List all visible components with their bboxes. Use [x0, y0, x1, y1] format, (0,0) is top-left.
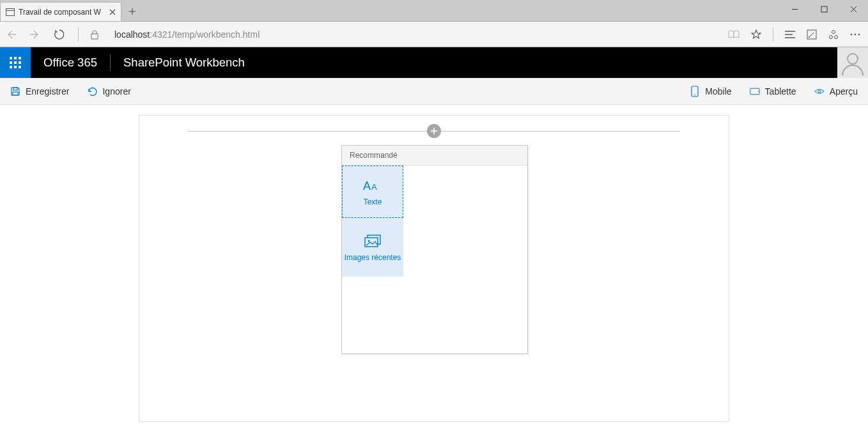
svg-rect-12: [91, 34, 98, 39]
new-tab-button[interactable]: [121, 2, 143, 21]
notes-icon[interactable]: [807, 29, 817, 40]
svg-point-20: [830, 35, 833, 38]
forward-button[interactable]: [29, 29, 42, 40]
save-icon: [10, 86, 20, 96]
svg-point-24: [858, 33, 860, 35]
picker-header: Recommandé: [342, 146, 527, 166]
close-window-button[interactable]: [839, 0, 868, 18]
url-field[interactable]: localhost:4321/temp/workbench.html: [114, 29, 717, 40]
svg-rect-32: [14, 66, 17, 68]
app-launcher-button[interactable]: [0, 47, 31, 78]
svg-point-38: [695, 94, 696, 95]
app-bar: Office 365 SharePoint Workbench: [0, 47, 868, 78]
undo-icon: [87, 86, 97, 96]
page-icon: [6, 8, 15, 16]
lock-icon: [90, 29, 103, 40]
svg-rect-30: [19, 61, 21, 64]
text-icon: AA: [363, 177, 382, 194]
svg-rect-25: [10, 57, 12, 59]
save-label: Enregistrer: [26, 86, 69, 96]
maximize-button[interactable]: [809, 0, 839, 18]
close-tab-icon[interactable]: [109, 9, 116, 15]
mobile-icon: [690, 86, 700, 96]
reading-view-icon[interactable]: [728, 30, 740, 39]
window-controls: [780, 0, 868, 22]
preview-label: Aperçu: [830, 86, 858, 96]
svg-rect-0: [6, 8, 15, 15]
images-icon: [364, 233, 382, 249]
svg-rect-36: [13, 92, 18, 95]
back-button[interactable]: [5, 29, 18, 40]
mobile-label: Mobile: [705, 86, 731, 96]
webpart-tile-recent-images[interactable]: Images récentes: [342, 218, 403, 277]
svg-rect-7: [821, 6, 827, 12]
add-webpart-button[interactable]: [427, 124, 441, 138]
svg-point-21: [835, 35, 838, 38]
tab-title: Travail de composant W: [19, 8, 101, 17]
preview-icon: [814, 86, 825, 96]
discard-label: Ignorer: [102, 86, 130, 96]
svg-text:A: A: [371, 182, 377, 192]
canvas-area: Recommandé AA Texte Images récentes: [0, 105, 868, 422]
tablet-icon: [750, 86, 760, 96]
svg-point-48: [368, 240, 370, 242]
svg-point-19: [832, 30, 835, 33]
tile-label: Images récentes: [345, 253, 401, 262]
svg-rect-33: [19, 66, 21, 68]
tablet-label: Tablette: [765, 86, 796, 96]
browser-tab[interactable]: Travail de composant W: [0, 2, 121, 21]
tablet-view-button[interactable]: Tablette: [750, 86, 796, 96]
user-avatar[interactable]: [837, 47, 868, 78]
svg-rect-28: [10, 61, 12, 64]
webpart-picker: Recommandé AA Texte Images récentes: [341, 145, 528, 354]
page-title: SharePoint Workbench: [111, 56, 258, 70]
separator: [78, 27, 79, 42]
browser-tabbar: Travail de composant W: [0, 0, 868, 22]
browser-right-icons: [728, 27, 863, 42]
minimize-button[interactable]: [780, 0, 809, 18]
svg-point-40: [758, 91, 759, 91]
svg-text:A: A: [363, 180, 371, 192]
share-icon[interactable]: [828, 29, 839, 40]
favorite-icon[interactable]: [751, 29, 761, 40]
webpart-tile-text[interactable]: AA Texte: [342, 166, 403, 218]
url-path: :4321/temp/workbench.html: [150, 29, 260, 40]
svg-rect-29: [14, 61, 17, 64]
svg-point-41: [818, 90, 821, 93]
svg-point-18: [809, 36, 810, 38]
svg-rect-31: [10, 66, 12, 68]
mobile-view-button[interactable]: Mobile: [690, 86, 731, 96]
svg-rect-26: [14, 57, 17, 59]
svg-rect-27: [19, 57, 21, 59]
svg-line-17: [810, 33, 814, 36]
hub-icon[interactable]: [785, 31, 795, 38]
tile-label: Texte: [364, 197, 382, 206]
command-bar: Enregistrer Ignorer Mobile Tablette Aper…: [0, 78, 868, 105]
more-icon[interactable]: [850, 33, 860, 36]
brand-label: Office 365: [31, 56, 110, 70]
svg-point-22: [851, 33, 853, 35]
url-host: localhost: [114, 29, 150, 40]
svg-rect-35: [13, 88, 17, 90]
discard-button[interactable]: Ignorer: [87, 86, 130, 96]
preview-button[interactable]: Aperçu: [814, 86, 858, 96]
svg-point-34: [848, 54, 858, 64]
save-button[interactable]: Enregistrer: [10, 86, 69, 96]
refresh-button[interactable]: [54, 29, 66, 40]
svg-point-23: [855, 33, 856, 35]
separator: [773, 27, 773, 42]
page-canvas: Recommandé AA Texte Images récentes: [139, 115, 729, 422]
browser-address-bar: localhost:4321/temp/workbench.html: [0, 22, 868, 47]
